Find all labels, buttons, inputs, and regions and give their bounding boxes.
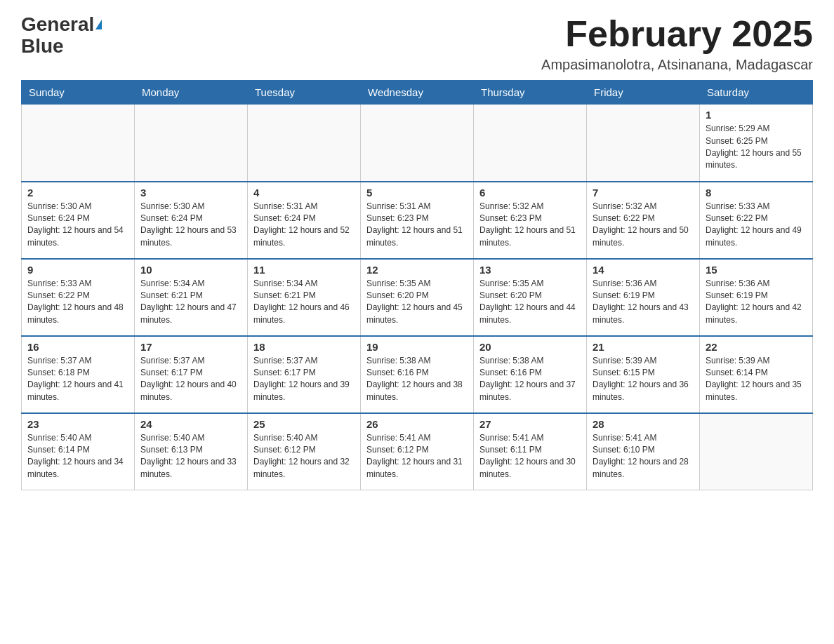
day-number: 13 <box>479 264 581 276</box>
day-info: Sunrise: 5:39 AMSunset: 6:15 PMDaylight:… <box>593 355 694 404</box>
calendar-cell: 14Sunrise: 5:36 AMSunset: 6:19 PMDayligh… <box>587 259 700 336</box>
calendar-cell <box>587 105 700 182</box>
weekday-monday: Monday <box>135 81 248 105</box>
weekday-sunday: Sunday <box>22 81 135 105</box>
day-number: 17 <box>140 341 241 353</box>
day-number: 14 <box>593 264 694 276</box>
day-info: Sunrise: 5:41 AMSunset: 6:11 PMDaylight:… <box>479 432 581 481</box>
week-row-1: 1Sunrise: 5:29 AMSunset: 6:25 PMDaylight… <box>22 105 813 182</box>
day-info: Sunrise: 5:35 AMSunset: 6:20 PMDaylight:… <box>366 278 468 327</box>
day-info: Sunrise: 5:37 AMSunset: 6:17 PMDaylight:… <box>140 355 241 404</box>
day-info: Sunrise: 5:40 AMSunset: 6:13 PMDaylight:… <box>140 432 241 481</box>
week-row-5: 23Sunrise: 5:40 AMSunset: 6:14 PMDayligh… <box>22 413 813 490</box>
calendar-cell <box>248 105 361 182</box>
calendar-cell: 23Sunrise: 5:40 AMSunset: 6:14 PMDayligh… <box>22 413 135 490</box>
day-number: 15 <box>706 264 807 276</box>
calendar-cell: 1Sunrise: 5:29 AMSunset: 6:25 PMDaylight… <box>700 105 813 182</box>
calendar-cell: 20Sunrise: 5:38 AMSunset: 6:16 PMDayligh… <box>474 336 587 413</box>
calendar-cell: 8Sunrise: 5:33 AMSunset: 6:22 PMDaylight… <box>700 182 813 259</box>
day-info: Sunrise: 5:30 AMSunset: 6:24 PMDaylight:… <box>27 201 128 250</box>
weekday-header-row: SundayMondayTuesdayWednesdayThursdayFrid… <box>22 81 813 105</box>
day-info: Sunrise: 5:34 AMSunset: 6:21 PMDaylight:… <box>253 278 355 327</box>
weekday-thursday: Thursday <box>474 81 587 105</box>
day-number: 12 <box>366 264 468 276</box>
day-number: 25 <box>253 418 355 430</box>
day-info: Sunrise: 5:41 AMSunset: 6:10 PMDaylight:… <box>593 432 694 481</box>
day-info: Sunrise: 5:39 AMSunset: 6:14 PMDaylight:… <box>706 355 807 404</box>
day-info: Sunrise: 5:31 AMSunset: 6:23 PMDaylight:… <box>366 201 468 250</box>
logo-blue-text: Blue <box>21 36 64 58</box>
day-info: Sunrise: 5:32 AMSunset: 6:23 PMDaylight:… <box>479 201 581 250</box>
calendar-cell: 18Sunrise: 5:37 AMSunset: 6:17 PMDayligh… <box>248 336 361 413</box>
day-number: 4 <box>253 187 355 199</box>
day-number: 5 <box>366 187 468 199</box>
calendar-cell <box>361 105 474 182</box>
calendar-cell: 9Sunrise: 5:33 AMSunset: 6:22 PMDaylight… <box>22 259 135 336</box>
weekday-wednesday: Wednesday <box>361 81 474 105</box>
day-number: 18 <box>253 341 355 353</box>
calendar-cell: 25Sunrise: 5:40 AMSunset: 6:12 PMDayligh… <box>248 413 361 490</box>
calendar-cell: 11Sunrise: 5:34 AMSunset: 6:21 PMDayligh… <box>248 259 361 336</box>
day-number: 8 <box>706 187 807 199</box>
calendar-cell: 27Sunrise: 5:41 AMSunset: 6:11 PMDayligh… <box>474 413 587 490</box>
calendar-cell <box>135 105 248 182</box>
weekday-tuesday: Tuesday <box>248 81 361 105</box>
title-area: February 2025 Ampasimanolotra, Atsinanan… <box>541 14 813 73</box>
logo-triangle-icon <box>95 20 102 29</box>
logo: General Blue <box>21 14 102 58</box>
calendar-cell: 28Sunrise: 5:41 AMSunset: 6:10 PMDayligh… <box>587 413 700 490</box>
calendar-cell: 26Sunrise: 5:41 AMSunset: 6:12 PMDayligh… <box>361 413 474 490</box>
calendar-cell: 12Sunrise: 5:35 AMSunset: 6:20 PMDayligh… <box>361 259 474 336</box>
day-info: Sunrise: 5:33 AMSunset: 6:22 PMDaylight:… <box>27 278 128 327</box>
day-number: 6 <box>479 187 581 199</box>
day-info: Sunrise: 5:37 AMSunset: 6:18 PMDaylight:… <box>27 355 128 404</box>
day-info: Sunrise: 5:40 AMSunset: 6:12 PMDaylight:… <box>253 432 355 481</box>
day-number: 19 <box>366 341 468 353</box>
day-info: Sunrise: 5:38 AMSunset: 6:16 PMDaylight:… <box>479 355 581 404</box>
day-number: 21 <box>593 341 694 353</box>
calendar-cell: 7Sunrise: 5:32 AMSunset: 6:22 PMDaylight… <box>587 182 700 259</box>
day-number: 26 <box>366 418 468 430</box>
calendar-cell: 10Sunrise: 5:34 AMSunset: 6:21 PMDayligh… <box>135 259 248 336</box>
calendar-cell: 21Sunrise: 5:39 AMSunset: 6:15 PMDayligh… <box>587 336 700 413</box>
calendar-cell <box>700 413 813 490</box>
day-number: 24 <box>140 418 241 430</box>
week-row-4: 16Sunrise: 5:37 AMSunset: 6:18 PMDayligh… <box>22 336 813 413</box>
day-info: Sunrise: 5:31 AMSunset: 6:24 PMDaylight:… <box>253 201 355 250</box>
day-info: Sunrise: 5:35 AMSunset: 6:20 PMDaylight:… <box>479 278 581 327</box>
day-number: 27 <box>479 418 581 430</box>
day-info: Sunrise: 5:36 AMSunset: 6:19 PMDaylight:… <box>593 278 694 327</box>
calendar-cell <box>22 105 135 182</box>
day-number: 2 <box>27 187 128 199</box>
month-title: February 2025 <box>541 14 813 54</box>
calendar-cell: 17Sunrise: 5:37 AMSunset: 6:17 PMDayligh… <box>135 336 248 413</box>
location-title: Ampasimanolotra, Atsinanana, Madagascar <box>541 57 813 73</box>
calendar-cell: 15Sunrise: 5:36 AMSunset: 6:19 PMDayligh… <box>700 259 813 336</box>
day-number: 23 <box>27 418 128 430</box>
day-info: Sunrise: 5:37 AMSunset: 6:17 PMDaylight:… <box>253 355 355 404</box>
weekday-friday: Friday <box>587 81 700 105</box>
day-info: Sunrise: 5:40 AMSunset: 6:14 PMDaylight:… <box>27 432 128 481</box>
day-number: 10 <box>140 264 241 276</box>
calendar-cell: 2Sunrise: 5:30 AMSunset: 6:24 PMDaylight… <box>22 182 135 259</box>
calendar-table: SundayMondayTuesdayWednesdayThursdayFrid… <box>21 80 813 490</box>
logo-general-text: General <box>21 14 94 36</box>
calendar-cell: 24Sunrise: 5:40 AMSunset: 6:13 PMDayligh… <box>135 413 248 490</box>
calendar-cell: 13Sunrise: 5:35 AMSunset: 6:20 PMDayligh… <box>474 259 587 336</box>
calendar-cell: 16Sunrise: 5:37 AMSunset: 6:18 PMDayligh… <box>22 336 135 413</box>
day-number: 22 <box>706 341 807 353</box>
day-number: 7 <box>593 187 694 199</box>
week-row-2: 2Sunrise: 5:30 AMSunset: 6:24 PMDaylight… <box>22 182 813 259</box>
calendar-cell: 3Sunrise: 5:30 AMSunset: 6:24 PMDaylight… <box>135 182 248 259</box>
day-info: Sunrise: 5:34 AMSunset: 6:21 PMDaylight:… <box>140 278 241 327</box>
calendar-cell: 5Sunrise: 5:31 AMSunset: 6:23 PMDaylight… <box>361 182 474 259</box>
day-info: Sunrise: 5:29 AMSunset: 6:25 PMDaylight:… <box>706 123 807 172</box>
calendar-cell: 4Sunrise: 5:31 AMSunset: 6:24 PMDaylight… <box>248 182 361 259</box>
day-number: 9 <box>27 264 128 276</box>
weekday-saturday: Saturday <box>700 81 813 105</box>
day-number: 1 <box>706 109 807 121</box>
day-number: 20 <box>479 341 581 353</box>
day-number: 11 <box>253 264 355 276</box>
day-info: Sunrise: 5:41 AMSunset: 6:12 PMDaylight:… <box>366 432 468 481</box>
day-info: Sunrise: 5:38 AMSunset: 6:16 PMDaylight:… <box>366 355 468 404</box>
